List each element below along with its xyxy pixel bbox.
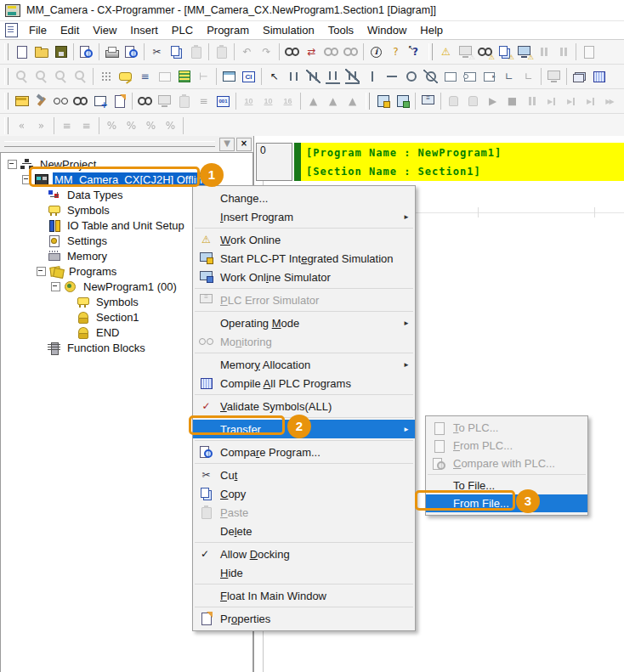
toolbar-grip[interactable] — [4, 43, 9, 60]
expand-box-icon[interactable] — [51, 282, 60, 291]
toolbar-grip[interactable] — [4, 117, 9, 134]
menuitem-compare-program[interactable]: Compare Program... — [193, 443, 415, 461]
show-rung-annotations-button[interactable]: ≡ — [135, 67, 155, 86]
program-check-button[interactable] — [579, 42, 598, 61]
stop-mode-button[interactable]: ■ — [502, 92, 522, 110]
menuitem-hide[interactable]: Hide — [193, 563, 415, 582]
build-options-button[interactable] — [31, 92, 51, 110]
menuitem-copy[interactable]: Copy — [193, 484, 415, 503]
select-mode-button[interactable]: ↖ — [264, 67, 284, 86]
watch-window-button[interactable] — [51, 92, 71, 110]
download-to-plc-button[interactable] — [373, 92, 393, 110]
output-window-button[interactable]: ≡ — [194, 92, 213, 110]
find-button[interactable] — [282, 42, 302, 61]
cross-reference-button[interactable] — [239, 67, 258, 86]
paste-button[interactable] — [186, 42, 206, 61]
context-help-button[interactable] — [406, 42, 425, 61]
menuitem-work-online-simulator[interactable]: Work Online Simulator — [193, 268, 415, 286]
pause-at-trigger-button[interactable] — [553, 42, 573, 61]
differential-monitor-2-button[interactable]: % — [122, 116, 141, 135]
panel-grip[interactable] — [4, 141, 215, 147]
pause-monitoring-button[interactable] — [534, 42, 553, 61]
menuitem-delete[interactable]: Delete — [193, 522, 415, 540]
differential-monitor-4-button[interactable]: % — [161, 116, 180, 135]
close-icon[interactable]: × — [236, 138, 252, 151]
zoom-out-button[interactable] — [31, 67, 51, 86]
pause-mode-button[interactable] — [522, 92, 542, 110]
redo-button[interactable]: ↷ — [257, 42, 276, 61]
document-window-icon[interactable] — [5, 23, 18, 37]
step-run-button[interactable] — [542, 92, 561, 110]
menu-insert[interactable]: Insert — [123, 22, 165, 39]
view-properties-button[interactable] — [110, 92, 129, 110]
new-or-closed-contact-button[interactable] — [343, 67, 362, 86]
menuitem-validate-symbols[interactable]: ✓Validate Symbols(ALL) — [193, 397, 415, 415]
new-file-button[interactable] — [12, 42, 31, 61]
window-monitor-button[interactable] — [544, 67, 564, 86]
menuitem-compile-all-plc-programs[interactable]: Compile All PLC Programs — [193, 374, 415, 392]
rung-comment-block[interactable]: [Program Name : NewProgram1] [Section Na… — [294, 143, 624, 181]
view-mnemonics-button[interactable] — [219, 67, 239, 86]
menuitem-change[interactable]: Change... — [193, 189, 415, 207]
change-connection-button[interactable]: ⇄ — [302, 42, 321, 61]
menuitem-properties[interactable]: Properties — [193, 609, 415, 628]
show-layers-button[interactable] — [570, 67, 589, 86]
force-cancel-button[interactable]: ▲ — [343, 92, 362, 110]
work-online-mode-button[interactable] — [444, 92, 463, 110]
continuous-step-button[interactable] — [600, 92, 620, 110]
new-contact-button[interactable] — [284, 67, 303, 86]
radix-hex-button[interactable] — [278, 92, 298, 110]
new-closed-contact-button[interactable] — [303, 67, 323, 86]
menuitem-compare-with-plc[interactable]: Compare with PLC... — [426, 455, 587, 472]
toolbar-grip[interactable] — [428, 43, 433, 60]
help-button[interactable]: ? — [386, 42, 406, 61]
plc-verify-button[interactable] — [418, 92, 438, 110]
menu-program[interactable]: Program — [200, 22, 256, 39]
io-bit-editor-button[interactable] — [213, 92, 233, 110]
find-in-windows-button[interactable] — [71, 92, 90, 110]
open-file-button[interactable] — [31, 42, 51, 61]
rung-wrap-button[interactable] — [174, 67, 194, 86]
new-horizontal-button[interactable] — [382, 67, 401, 86]
show-windows-button[interactable] — [12, 92, 31, 110]
force-off-button[interactable]: ▲ — [323, 92, 343, 110]
transfer-online-button[interactable]: ⚠ — [495, 42, 514, 61]
undo-button[interactable]: ↶ — [237, 42, 257, 61]
radix-signed-decimal-button[interactable] — [258, 92, 278, 110]
find-report-button[interactable] — [77, 42, 96, 61]
replace-to-b-button[interactable] — [341, 42, 360, 61]
expand-box-icon[interactable] — [8, 160, 17, 169]
upload-from-plc-button[interactable] — [393, 92, 412, 110]
watch-clipboard-button[interactable] — [174, 92, 194, 110]
search-address-button[interactable] — [135, 92, 155, 110]
find-online-button[interactable]: ⚠ — [475, 42, 495, 61]
zoom-fit-button[interactable] — [71, 67, 90, 86]
menuitem-float-in-main-window[interactable]: Float In Main Window — [193, 586, 415, 605]
previous-reference-button[interactable]: « — [12, 116, 31, 135]
go-to-rung-button[interactable]: ≡ — [77, 116, 96, 135]
work-online-toolbar-button[interactable]: ⚠ — [436, 42, 456, 61]
run-mode-button[interactable]: ▶ — [483, 92, 502, 110]
new-elbow-button[interactable]: ∟ — [499, 67, 519, 86]
cut-button[interactable]: ✂ — [147, 42, 167, 61]
online-edit-button[interactable]: ⚠ — [514, 42, 534, 61]
menu-help[interactable]: Help — [413, 22, 450, 39]
paste-special-button[interactable] — [212, 42, 231, 61]
monitoring-toolbar-button[interactable]: ⚠ — [456, 42, 475, 61]
save-button[interactable] — [51, 42, 71, 61]
new-function-block-button[interactable] — [479, 67, 499, 86]
show-program-tree-button[interactable]: ⊢ — [194, 67, 213, 86]
print-button[interactable] — [102, 42, 122, 61]
new-or-contact-button[interactable] — [323, 67, 343, 86]
step-out-button[interactable] — [581, 92, 600, 110]
info-button[interactable] — [366, 42, 386, 61]
monitor-mode-button[interactable] — [463, 92, 483, 110]
menuitem-work-online[interactable]: ⚠Work Online — [193, 230, 415, 249]
menu-window[interactable]: Window — [360, 22, 413, 39]
menuitem-from-plc[interactable]: From PLC... — [426, 437, 587, 455]
menu-file[interactable]: File — [22, 22, 54, 39]
menuitem-cut[interactable]: ✂Cut — [193, 466, 415, 484]
replace-in-project-button[interactable] — [321, 42, 341, 61]
show-grid-button[interactable] — [96, 67, 116, 86]
new-coil-button[interactable] — [401, 67, 421, 86]
